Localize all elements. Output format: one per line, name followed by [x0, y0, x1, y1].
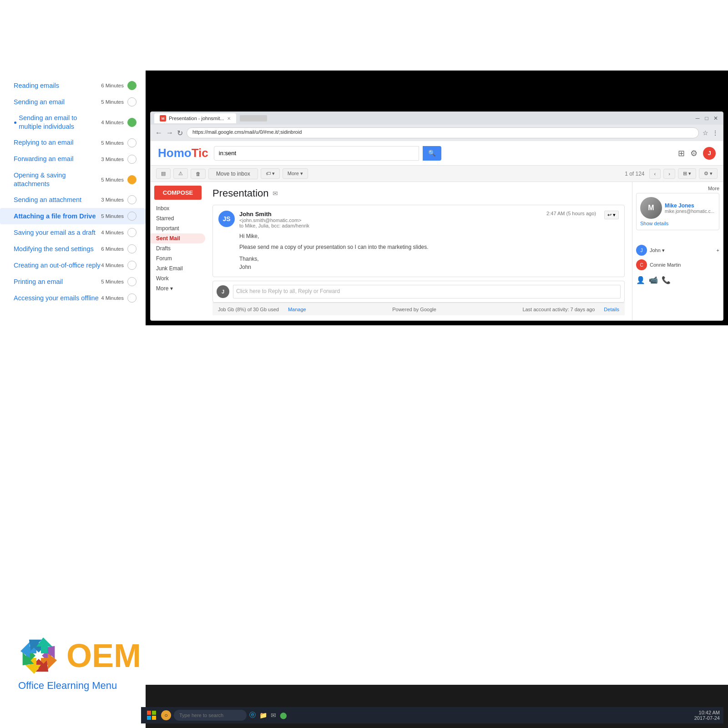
compose-button[interactable]: COMPOSE: [154, 186, 202, 200]
address-bar[interactable]: https://mail.google.cms/mail/u/0/#me.it/…: [187, 127, 699, 138]
sidebar-item-modifying[interactable]: Modifying the send settings 6 Minutes: [0, 241, 146, 257]
sidebar-item-out-of-office[interactable]: Creating an out-of-office reply 4 Minute…: [0, 257, 146, 273]
nav-starred[interactable]: Starred: [151, 213, 205, 223]
sidebar-item-forwarding[interactable]: Forwarding an email 3 Minutes: [0, 151, 146, 167]
nav-inbox[interactable]: Inbox: [151, 203, 205, 213]
nav-important[interactable]: Important: [151, 223, 205, 233]
gmail-search-button[interactable]: 🔍: [423, 146, 441, 161]
start-button[interactable]: [145, 708, 158, 722]
labels-button[interactable]: 🏷 ▾: [261, 168, 280, 179]
subject-icon: ✉: [273, 190, 278, 197]
user-avatar[interactable]: J: [703, 147, 716, 160]
chat-name-1: John ▾: [650, 248, 665, 253]
sidebar-item-reading-emails[interactable]: Reading emails 6 Minutes: [0, 77, 146, 94]
show-details-link[interactable]: Show details: [640, 221, 715, 226]
reply-avatar: J: [217, 285, 229, 298]
maximize-button[interactable]: □: [703, 115, 710, 122]
reply-all-button[interactable]: ↩ ▾: [604, 211, 619, 219]
details-link[interactable]: Details: [604, 307, 619, 312]
back-button[interactable]: ←: [155, 129, 162, 137]
forward-button[interactable]: →: [166, 129, 173, 137]
apps-icon[interactable]: ⊞: [678, 148, 685, 158]
settings-gear-icon[interactable]: ⚙: [690, 148, 698, 158]
nav-sent-mail[interactable]: Sent Mail: [151, 233, 205, 243]
close-tab-btn[interactable]: ✕: [227, 116, 231, 121]
manage-storage-link[interactable]: Manage: [288, 307, 306, 312]
gmail-search-area: 🔍: [214, 146, 441, 161]
status-indicator-multiple: [127, 118, 136, 127]
oem-section: OEM Office Elearning Menu: [18, 635, 191, 692]
gmail-nav: COMPOSE Inbox Starred Important Sent Mai…: [151, 182, 205, 320]
gmail-body: COMPOSE Inbox Starred Important Sent Mai…: [151, 182, 723, 320]
email-message: JS John Smith <john.smith@homatic.com> t…: [212, 205, 625, 277]
gmail-header-icons: ⊞ ⚙ J: [678, 147, 716, 160]
nav-junk-email[interactable]: Junk Email: [151, 263, 205, 273]
oem-tagline: Office Elearning Menu: [18, 680, 191, 692]
sidebar-item-sending-attachment[interactable]: Sending an attachment 3 Minutes: [0, 192, 146, 208]
reply-area[interactable]: J Click here to Reply to all, Reply or F…: [212, 281, 625, 303]
sidebar: Reading emails 6 Minutes Sending an emai…: [0, 77, 146, 306]
sidebar-item-accessing-offline[interactable]: Accessing your emails offline 4 Minutes: [0, 290, 146, 306]
status-indicator-modifying: [127, 244, 136, 253]
contact-avatar-mike: M: [640, 197, 662, 219]
nav-more[interactable]: More ▾: [151, 283, 205, 293]
email-count: 1 of 124: [625, 171, 644, 177]
tab-label: Presentation - johnsmit...: [169, 116, 224, 121]
nav-drafts[interactable]: Drafts: [151, 243, 205, 253]
bookmark-icon[interactable]: ☆: [703, 129, 708, 136]
chat-contact-2[interactable]: C Connie Martin: [636, 258, 719, 272]
refresh-button[interactable]: ↻: [177, 129, 183, 137]
taskbar-mail-icon[interactable]: ✉: [271, 712, 276, 719]
chat-video-icon[interactable]: 📹: [649, 276, 658, 284]
chat-contact-1[interactable]: J John ▾ +: [636, 243, 719, 258]
archive-button[interactable]: ▤: [156, 168, 171, 179]
taskbar-time: 10:42 AM 2017-07-24: [694, 710, 720, 721]
contacts-more-label: More: [636, 186, 719, 191]
taskbar-search-input[interactable]: [174, 710, 247, 721]
sidebar-item-sending-multiple[interactable]: ● Sending an email to multiple individua…: [0, 110, 146, 135]
browser-tab[interactable]: M Presentation - johnsmit... ✕: [154, 113, 236, 123]
windows-taskbar: ○ ⓔ 📁 ✉ ⬤ 10:42 AM 2017-07-24: [141, 707, 723, 723]
add-chat-button[interactable]: +: [717, 248, 719, 253]
nav-work[interactable]: Work: [151, 273, 205, 283]
more-button[interactable]: More ▾: [283, 168, 308, 179]
sidebar-item-printing[interactable]: Printing an email 5 Minutes: [0, 273, 146, 290]
next-button[interactable]: ›: [663, 169, 675, 179]
oem-logo: OEM: [18, 635, 191, 676]
cortana-icon[interactable]: ○: [161, 710, 171, 720]
taskbar-chrome-icon[interactable]: ⬤: [280, 712, 287, 719]
reply-input[interactable]: Click here to Reply to all, Reply or For…: [233, 285, 621, 298]
status-indicator-attachment: [127, 195, 136, 204]
taskbar-folder-icon[interactable]: 📁: [259, 712, 267, 719]
status-indicator-draft: [127, 228, 136, 237]
message-body: Hi Mike, Please send me a copy of your p…: [218, 232, 619, 271]
more-options-button[interactable]: ⚙ ▾: [699, 168, 718, 179]
taskbar-ie-icon[interactable]: ⓔ: [249, 711, 256, 719]
status-indicator-ooo: [127, 261, 136, 270]
sidebar-item-attaching-drive[interactable]: Attaching a file from Drive 5 Minutes: [0, 208, 146, 224]
nav-forum[interactable]: Forum: [151, 253, 205, 263]
status-indicator-offline: [127, 293, 136, 303]
sidebar-item-sending-email[interactable]: Sending an email 5 Minutes: [0, 94, 146, 110]
spam-button[interactable]: ⚠: [173, 168, 188, 179]
status-indicator-opening: [127, 175, 136, 184]
contact-card-header: M Mike Jones mike.jones@homatic.c...: [640, 197, 715, 219]
minimize-button[interactable]: ─: [694, 115, 701, 122]
chat-icons: 👤 📹 📞: [636, 272, 719, 284]
move-to-inbox-button[interactable]: Move to inbox: [208, 168, 258, 179]
status-indicator-reading: [127, 81, 136, 90]
prev-button[interactable]: ‹: [649, 169, 661, 179]
chat-person-icon[interactable]: 👤: [636, 276, 645, 284]
delete-button[interactable]: 🗑: [191, 169, 206, 179]
view-options-button[interactable]: ⊞ ▾: [678, 168, 696, 179]
contact-name: Mike Jones: [665, 202, 714, 209]
contacts-panel: More M Mike Jones mike.jones@homatic.c..…: [632, 182, 723, 320]
close-button[interactable]: ✕: [712, 115, 719, 122]
sidebar-item-opening-saving[interactable]: Opening & saving attachments 5 Minutes: [0, 167, 146, 192]
settings-icon[interactable]: ⋮: [712, 129, 718, 136]
gmail-search-input[interactable]: [214, 146, 419, 161]
sidebar-item-replying[interactable]: Replying to an email 5 Minutes: [0, 135, 146, 151]
main-screenshot-area: M Presentation - johnsmit... ✕ ─ □ ✕ ← →…: [146, 71, 728, 325]
sidebar-item-saving-draft[interactable]: Saving your email as a draft 4 Minutes: [0, 224, 146, 241]
chat-phone-icon[interactable]: 📞: [662, 276, 671, 284]
